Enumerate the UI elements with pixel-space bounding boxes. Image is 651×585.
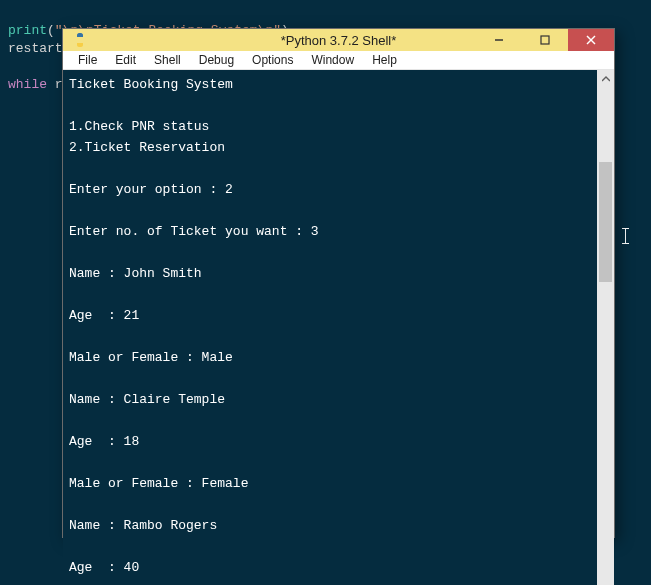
scroll-up-arrow[interactable]: [597, 70, 614, 87]
minimize-button[interactable]: [476, 29, 522, 51]
python-icon: [71, 31, 89, 49]
vertical-scrollbar[interactable]: [597, 70, 614, 585]
code-token: print: [8, 23, 47, 38]
window-titlebar[interactable]: *Python 3.7.2 Shell*: [63, 29, 614, 51]
window-buttons: [476, 29, 614, 51]
console-output[interactable]: Ticket Booking System 1.Check PNR status…: [63, 70, 597, 585]
scroll-thumb[interactable]: [599, 162, 612, 282]
svg-rect-1: [541, 36, 549, 44]
console-area: Ticket Booking System 1.Check PNR status…: [63, 70, 614, 585]
menu-options[interactable]: Options: [243, 51, 302, 69]
code-token: r: [47, 77, 63, 92]
code-token: restart: [8, 41, 63, 56]
menu-shell[interactable]: Shell: [145, 51, 190, 69]
menu-debug[interactable]: Debug: [190, 51, 243, 69]
maximize-button[interactable]: [522, 29, 568, 51]
menu-bar: File Edit Shell Debug Options Window Hel…: [63, 51, 614, 70]
python-shell-window: *Python 3.7.2 Shell* File Edit Shell Deb…: [62, 28, 615, 538]
text-cursor: [625, 228, 626, 244]
menu-help[interactable]: Help: [363, 51, 406, 69]
code-token: while: [8, 77, 47, 92]
menu-edit[interactable]: Edit: [106, 51, 145, 69]
close-button[interactable]: [568, 29, 614, 51]
window-title: *Python 3.7.2 Shell*: [281, 33, 397, 48]
menu-file[interactable]: File: [69, 51, 106, 69]
menu-window[interactable]: Window: [302, 51, 363, 69]
scroll-track[interactable]: [597, 87, 614, 585]
